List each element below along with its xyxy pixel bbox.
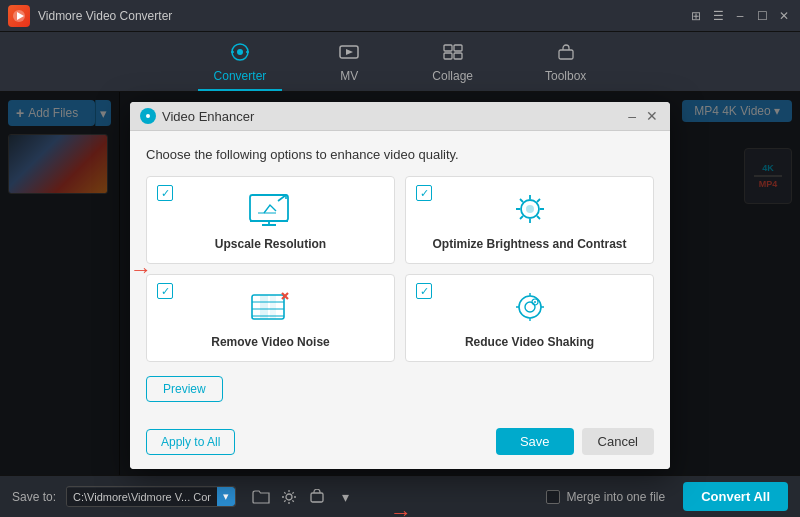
svg-rect-9 (444, 53, 452, 59)
dialog-title-bar: Video Enhancer – ✕ (130, 102, 670, 131)
brightness-checkbox[interactable]: ✓ (416, 185, 432, 201)
mv-icon (338, 43, 360, 66)
preview-button[interactable]: Preview (146, 376, 223, 402)
shaking-label: Reduce Video Shaking (465, 335, 594, 349)
merge-label: Merge into one file (566, 490, 665, 504)
tab-toolbox-label: Toolbox (545, 69, 586, 83)
dialog-title: Video Enhancer (140, 108, 254, 124)
svg-point-13 (146, 114, 150, 118)
svg-rect-7 (444, 45, 452, 51)
window-controls: ⊞ ☰ – ☐ ✕ (688, 8, 792, 24)
cancel-button[interactable]: Cancel (582, 428, 654, 455)
noise-checkbox[interactable]: ✓ (157, 283, 173, 299)
upscale-icon (247, 189, 295, 229)
option-noise[interactable]: ✓ (146, 274, 395, 362)
menu-btn[interactable]: ☰ (710, 8, 726, 24)
svg-rect-46 (311, 493, 323, 502)
option-upscale[interactable]: ✓ (146, 176, 395, 264)
dialog-body: Choose the following options to enhance … (130, 131, 670, 428)
nav-tabs: Converter MV Collage Toolb (0, 32, 800, 92)
shaking-icon (506, 287, 554, 327)
svg-point-3 (237, 49, 243, 55)
noise-label: Remove Video Noise (211, 335, 330, 349)
save-button[interactable]: Save (496, 428, 574, 455)
save-to-label: Save to: (12, 490, 56, 504)
option-brightness[interactable]: ✓ (405, 176, 654, 264)
tab-mv[interactable]: MV (322, 37, 376, 91)
tab-mv-label: MV (340, 69, 358, 83)
gear-icon[interactable] (306, 486, 328, 508)
shaking-checkbox[interactable]: ✓ (416, 283, 432, 299)
collage-icon (442, 43, 464, 66)
converter-icon (229, 43, 251, 66)
noise-icon (247, 287, 295, 327)
tab-converter[interactable]: Converter (198, 37, 283, 91)
grid-btn[interactable]: ⊞ (688, 8, 704, 24)
dialog-overlay: → → Video Enhancer – ✕ (0, 92, 800, 475)
merge-checkbox-row: Merge into one file (546, 490, 665, 504)
upscale-label: Upscale Resolution (215, 237, 326, 251)
dialog-close-btn[interactable]: ✕ (644, 108, 660, 124)
minimize-btn[interactable]: – (732, 8, 748, 24)
svg-line-25 (520, 199, 523, 202)
upscale-checkbox[interactable]: ✓ (157, 185, 173, 201)
svg-rect-34 (270, 295, 276, 319)
svg-point-40 (534, 301, 536, 303)
main-content: + Add Files ▾ MP4 4K Video ▾ 4K MP4 (0, 92, 800, 475)
svg-point-20 (526, 205, 534, 213)
save-path-input[interactable] (67, 488, 217, 506)
apply-all-button[interactable]: Apply to All (146, 429, 235, 455)
video-enhancer-dialog: Video Enhancer – ✕ Choose the following … (130, 102, 670, 469)
svg-line-27 (537, 199, 540, 202)
dialog-title-text: Video Enhancer (162, 109, 254, 124)
toolbox-icon (555, 43, 577, 66)
svg-rect-33 (260, 295, 268, 319)
tab-collage[interactable]: Collage (416, 37, 489, 91)
path-dropdown-btn[interactable]: ▾ (217, 487, 235, 506)
options-grid: ✓ (146, 176, 654, 362)
dialog-description: Choose the following options to enhance … (146, 147, 654, 162)
merge-checkbox[interactable] (546, 490, 560, 504)
svg-point-37 (519, 296, 541, 318)
arrow-down-icon[interactable]: ▾ (334, 486, 356, 508)
dialog-actions: Apply to All Save Cancel (130, 428, 670, 469)
close-btn[interactable]: ✕ (776, 8, 792, 24)
svg-rect-10 (454, 53, 462, 59)
maximize-btn[interactable]: ☐ (754, 8, 770, 24)
svg-line-26 (537, 216, 540, 219)
svg-point-38 (525, 302, 535, 312)
option-shaking[interactable]: ✓ (405, 274, 654, 362)
tab-collage-label: Collage (432, 69, 473, 83)
dialog-minimize-btn[interactable]: – (628, 108, 636, 124)
bottom-icons: ▾ (250, 486, 356, 508)
title-bar: Vidmore Video Converter ⊞ ☰ – ☐ ✕ (0, 0, 800, 32)
brightness-label: Optimize Brightness and Contrast (432, 237, 626, 251)
svg-rect-11 (559, 50, 573, 59)
svg-rect-8 (454, 45, 462, 51)
convert-all-button[interactable]: Convert All (683, 482, 788, 511)
preview-row: Preview (146, 376, 654, 402)
tab-converter-label: Converter (214, 69, 267, 83)
svg-rect-14 (250, 195, 288, 221)
folder-icon[interactable] (250, 486, 272, 508)
svg-line-28 (520, 216, 523, 219)
app-logo (8, 5, 30, 27)
app-title: Vidmore Video Converter (38, 9, 688, 23)
bottom-bar: Save to: ▾ ▾ Merge into one file Convert (0, 475, 800, 517)
save-path-container: ▾ (66, 486, 236, 507)
tab-toolbox[interactable]: Toolbox (529, 37, 602, 91)
settings-icon[interactable] (278, 486, 300, 508)
brightness-icon (506, 189, 554, 229)
svg-point-45 (286, 494, 292, 500)
dialog-title-icon (140, 108, 156, 124)
